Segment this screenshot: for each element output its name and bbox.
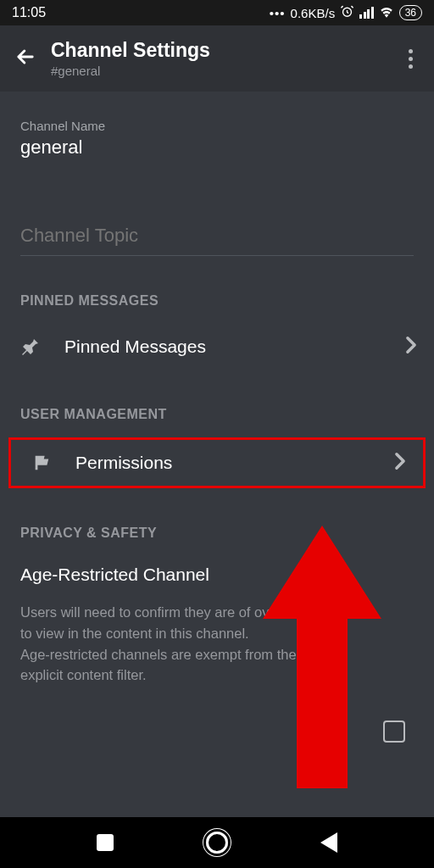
annotation-highlight: Permissions [8,437,426,488]
nav-back-button[interactable] [320,832,337,853]
flag-icon [28,453,55,472]
channel-name-value[interactable]: general [20,136,414,159]
channel-name-label: Channel Name [20,119,414,133]
pinned-messages-row[interactable]: Pinned Messages [0,324,434,370]
chevron-right-icon [394,452,406,474]
android-nav-bar [0,817,434,868]
overflow-menu-button[interactable] [400,49,420,69]
alarm-icon [340,4,354,21]
status-net-speed: 0.6KB/s [291,6,336,20]
channel-topic-input[interactable] [20,225,414,255]
nav-recent-button[interactable] [97,834,114,851]
pin-icon [17,337,44,357]
app-bar: Channel Settings #general [0,25,434,92]
nav-home-button[interactable] [206,832,228,854]
page-title: Channel Settings [51,39,400,62]
chevron-right-icon [405,336,417,358]
divider [20,255,414,256]
wifi-icon [379,6,394,20]
status-bar: 11:05 ••• 0.6KB/s 36 [0,0,434,25]
section-header-pinned: PINNED MESSAGES [0,293,434,309]
status-time: 11:05 [12,5,46,20]
permissions-label: Permissions [75,453,374,473]
battery-indicator: 36 [399,5,422,20]
section-header-user-mgmt: USER MANAGEMENT [0,407,434,422]
signal-icon [359,7,374,19]
age-restricted-description: Users will need to confirm they are of o… [20,602,342,686]
back-button[interactable] [14,45,47,72]
age-restricted-title: Age-Restricted Channel [20,565,414,585]
age-restricted-block: Age-Restricted Channel Users will need t… [0,565,434,686]
status-right: ••• 0.6KB/s 36 [270,4,422,21]
content: Channel Name general PINNED MESSAGES Pin… [0,92,434,686]
section-header-privacy: PRIVACY & SAFETY [0,526,434,541]
page-subtitle: #general [51,64,400,78]
status-dots: ••• [270,6,286,20]
pinned-messages-label: Pinned Messages [64,337,385,357]
permissions-row[interactable]: Permissions [11,440,423,486]
age-restricted-checkbox[interactable] [383,721,405,743]
